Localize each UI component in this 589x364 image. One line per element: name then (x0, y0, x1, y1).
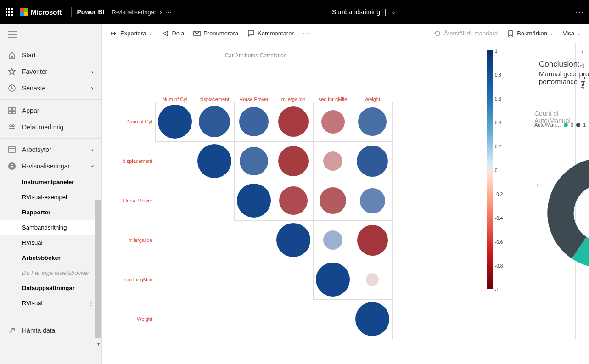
export-icon (110, 30, 118, 37)
home-icon (8, 51, 16, 59)
reset-label: Återställ till standard (444, 30, 498, 37)
nav-favorites-label: Favoriter (22, 68, 47, 75)
product-name[interactable]: Power BI (77, 8, 105, 16)
scrollbar-thumb[interactable] (95, 200, 102, 338)
share-button[interactable]: Dela (162, 30, 184, 37)
nav-get-data-label: Hämta data (22, 327, 55, 334)
more-vertical-icon[interactable]: ⋮ (88, 300, 93, 307)
nav-current-workspace[interactable]: R R-visualiseringar › (0, 158, 101, 174)
workspaces-icon (8, 146, 16, 153)
star-icon (8, 68, 16, 75)
svg-rect-10 (9, 147, 15, 152)
global-header: Microsoft Power BI R-visualiseringar › ⋯… (0, 0, 589, 24)
legend-swatch-0 (564, 123, 568, 127)
nav-shared[interactable]: Delat med mig (0, 119, 101, 135)
conclusion-body: Manual gear provides better performance (539, 70, 589, 85)
chevron-up-icon: › (89, 165, 96, 168)
share-icon (162, 30, 169, 37)
chevron-down-icon: ⌄ (577, 31, 581, 36)
view-button[interactable]: Visa ⌄ (563, 30, 581, 37)
left-nav: Start Favoriter › Senaste › Appar Delat … (0, 24, 102, 364)
svg-point-8 (10, 125, 11, 127)
correlation-chart-title: Car Attributes Correlation (118, 52, 393, 59)
shared-icon (8, 123, 16, 131)
breadcrumb-workspace[interactable]: R-visualiseringar (112, 9, 156, 16)
legend-0-label: 0 (571, 122, 573, 128)
subscribe-label: Prenumerera (203, 30, 238, 37)
clock-icon (8, 84, 16, 92)
report-title-bar: Sambandsritning | ⌄ (172, 8, 556, 16)
nav-current-workspace-label: R-visualiseringar (22, 162, 70, 170)
section-workbooks[interactable]: Arbetsböcker (0, 250, 101, 265)
mail-icon (193, 30, 201, 37)
comment-icon (247, 30, 255, 37)
nav-home[interactable]: Start (0, 47, 101, 63)
workbooks-empty: Du har inga arbetsböcker (0, 265, 101, 280)
toolbar-more-icon[interactable]: ⋯ (303, 30, 309, 37)
chevron-right-icon: › (160, 9, 162, 16)
colorbar (487, 50, 493, 289)
apps-icon (8, 107, 16, 114)
nav-apps[interactable]: Appar (0, 102, 101, 119)
svg-rect-6 (9, 111, 11, 114)
divider (71, 7, 72, 17)
comments-label: Kommentarer (258, 30, 294, 37)
dataset-item[interactable]: RVisual ⋮ (0, 296, 101, 311)
section-datasets[interactable]: Datauppsättningar (0, 280, 101, 296)
nav-workspaces[interactable]: Arbetsytor › (0, 141, 101, 158)
header-more-icon[interactable]: ⋯ (556, 7, 583, 17)
chevron-down-icon: ⌄ (149, 31, 152, 36)
microsoft-text: Microsoft (31, 8, 62, 16)
nav-recent-label: Senaste (22, 84, 45, 92)
report-item-selected[interactable]: Sambandsritning (0, 220, 101, 235)
collapse-rail-icon[interactable]: ‹ (581, 48, 583, 56)
bookmark-icon (507, 30, 514, 37)
reset-icon (434, 30, 441, 37)
more-icon[interactable]: ⋯ (166, 9, 172, 16)
nav-collapse-button[interactable] (0, 24, 101, 47)
chevron-right-icon: › (91, 68, 93, 75)
subscribe-button[interactable]: Prenumerera (193, 30, 238, 37)
conclusion-heading: Conclusion: (539, 60, 589, 69)
bookmarks-button[interactable]: Bokmärken ⌄ (507, 30, 554, 37)
view-label: Visa (563, 30, 574, 37)
svg-point-9 (12, 125, 14, 127)
app-launcher-icon[interactable] (6, 8, 13, 16)
microsoft-logo: Microsoft (20, 8, 62, 16)
comments-button[interactable]: Kommentarer (247, 30, 294, 37)
chevron-down-icon: ⌄ (550, 31, 554, 36)
dashboard-item[interactable]: RVisual-exempel (0, 190, 101, 205)
nav-apps-label: Appar (22, 107, 39, 114)
report-item[interactable]: RVisual (0, 235, 101, 250)
get-data-icon (8, 327, 16, 334)
legend-field: Auto/Man… (534, 122, 561, 128)
nav-home-label: Start (22, 51, 36, 59)
title-divider: | (385, 8, 387, 16)
scroll-down-icon[interactable]: ▾ (95, 342, 101, 348)
report-page: Car Attributes Correlation Num of Cyldis… (102, 43, 575, 339)
section-reports[interactable]: Rapporter (0, 205, 101, 220)
workspace-avatar-icon: R (8, 162, 16, 170)
export-button[interactable]: Exportera ⌄ (110, 30, 152, 37)
donut-legend: Auto/Man… 0 1 (534, 122, 586, 128)
legend-1-label: 1 (583, 122, 586, 128)
section-dashboards[interactable]: Instrumentpaneler (0, 174, 101, 190)
nav-recent[interactable]: Senaste › (0, 80, 101, 96)
donut-chart (543, 153, 589, 274)
nav-favorites[interactable]: Favoriter › (0, 63, 101, 80)
svg-rect-5 (12, 107, 15, 110)
report-toolbar: Exportera ⌄ Dela Prenumerera Kommentarer… (102, 24, 589, 43)
share-label: Dela (172, 30, 184, 37)
report-title: Sambandsritning (332, 8, 380, 16)
chevron-right-icon: › (91, 146, 93, 153)
svg-rect-7 (12, 111, 15, 114)
donut-label-1: 1 (536, 183, 539, 188)
report-canvas: Car Attributes Correlation Num of Cyldis… (102, 43, 589, 339)
nav-get-data[interactable]: Hämta data (0, 322, 101, 339)
reset-button[interactable]: Återställ till standard (434, 30, 498, 37)
correlation-matrix: Num of CyldisplacementHorse Powermile/ga… (116, 62, 575, 339)
chevron-down-icon[interactable]: ⌄ (391, 9, 396, 15)
legend-swatch-1 (576, 123, 580, 127)
breadcrumb[interactable]: R-visualiseringar › ⋯ (112, 9, 171, 16)
nav-shared-label: Delat med mig (22, 123, 63, 131)
